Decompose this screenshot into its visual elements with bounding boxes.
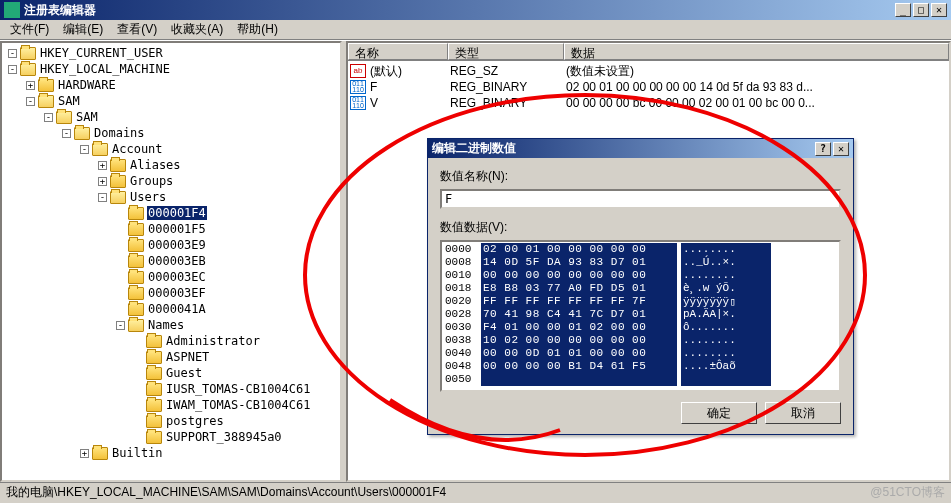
tree-item-label: 000003EB: [147, 254, 207, 268]
tree-item[interactable]: -SAM: [4, 93, 338, 109]
tree-item[interactable]: +Builtin: [4, 445, 338, 461]
dialog-help-button[interactable]: ?: [815, 142, 831, 156]
menu-file[interactable]: 文件(F): [4, 19, 55, 40]
hex-row[interactable]: 000002 00 01 00 00 00 00 00........: [443, 243, 838, 256]
expander-icon[interactable]: -: [8, 49, 17, 58]
value-type: REG_BINARY: [450, 96, 566, 110]
tree-item[interactable]: -Account: [4, 141, 338, 157]
hex-row[interactable]: 0030F4 01 00 00 01 02 00 00ô.......: [443, 321, 838, 334]
hex-ascii: .._Ú..×.: [681, 256, 771, 269]
value-name-label: 数值名称(N):: [440, 168, 841, 185]
expander-icon[interactable]: -: [44, 113, 53, 122]
string-value-icon: ab: [350, 64, 366, 78]
expander-icon[interactable]: -: [80, 145, 89, 154]
tree-item[interactable]: +Aliases: [4, 157, 338, 173]
tree-item[interactable]: +HARDWARE: [4, 77, 338, 93]
tree-item[interactable]: 000003EF: [4, 285, 338, 301]
folder-icon: [146, 399, 162, 412]
expander-icon[interactable]: -: [62, 129, 71, 138]
tree-item[interactable]: postgres: [4, 413, 338, 429]
menu-edit[interactable]: 编辑(E): [57, 19, 109, 40]
hex-offset: 0018: [443, 282, 481, 295]
expander-icon[interactable]: -: [98, 193, 107, 202]
tree-item-label: ASPNET: [165, 350, 210, 364]
minimize-button[interactable]: _: [895, 3, 911, 17]
dialog-close-button[interactable]: ✕: [833, 142, 849, 156]
edit-binary-dialog: 编辑二进制数值 ? ✕ 数值名称(N): 数值数据(V): 000002 00 …: [427, 138, 854, 435]
hex-row[interactable]: 004800 00 00 00 B1 D4 61 F5....±Ôaõ: [443, 360, 838, 373]
tree-item[interactable]: ASPNET: [4, 349, 338, 365]
folder-icon: [128, 303, 144, 316]
expander-icon[interactable]: -: [116, 321, 125, 330]
tree-item[interactable]: 000003EC: [4, 269, 338, 285]
window-title: 注册表编辑器: [24, 2, 895, 19]
tree-item[interactable]: -Domains: [4, 125, 338, 141]
watermark: @51CTO博客: [870, 484, 945, 501]
hex-row[interactable]: 000814 0D 5F DA 93 83 D7 01.._Ú..×.: [443, 256, 838, 269]
value-type: REG_BINARY: [450, 80, 566, 94]
list-row[interactable]: ab(默认)REG_SZ(数值未设置): [350, 63, 947, 79]
folder-icon: [146, 335, 162, 348]
folder-icon: [110, 159, 126, 172]
tree-item-label: Builtin: [111, 446, 164, 460]
folder-icon: [38, 95, 54, 108]
folder-icon: [110, 191, 126, 204]
hex-row[interactable]: 001000 00 00 00 00 00 00 00........: [443, 269, 838, 282]
tree-item[interactable]: -HKEY_CURRENT_USER: [4, 45, 338, 61]
folder-icon: [128, 271, 144, 284]
dialog-titlebar[interactable]: 编辑二进制数值 ? ✕: [428, 139, 853, 158]
hex-row[interactable]: 0020FF FF FF FF FF FF FF 7Fÿÿÿÿÿÿÿ▯: [443, 295, 838, 308]
folder-icon: [146, 383, 162, 396]
hex-row[interactable]: 0018E8 B8 03 77 A0 FD D5 01è¸.w ýÕ.: [443, 282, 838, 295]
tree-item[interactable]: 000003EB: [4, 253, 338, 269]
tree-item[interactable]: 000001F4: [4, 205, 338, 221]
tree-item[interactable]: +Groups: [4, 173, 338, 189]
expander-icon[interactable]: -: [26, 97, 35, 106]
expander-icon[interactable]: +: [26, 81, 35, 90]
ok-button[interactable]: 确定: [681, 402, 757, 424]
tree-item[interactable]: 0000041A: [4, 301, 338, 317]
list-row[interactable]: 011110VREG_BINARY00 00 00 00 bc 00 00 00…: [350, 95, 947, 111]
cancel-button[interactable]: 取消: [765, 402, 841, 424]
hex-bytes: FF FF FF FF FF FF FF 7F: [481, 295, 677, 308]
tree-item[interactable]: IWAM_TOMAS-CB1004C61: [4, 397, 338, 413]
tree-pane[interactable]: -HKEY_CURRENT_USER-HKEY_LOCAL_MACHINE+HA…: [0, 41, 342, 482]
close-button[interactable]: ✕: [931, 3, 947, 17]
tree-item[interactable]: Administrator: [4, 333, 338, 349]
expander-icon[interactable]: +: [98, 161, 107, 170]
tree-item[interactable]: -Users: [4, 189, 338, 205]
col-data[interactable]: 数据: [564, 43, 949, 60]
hex-row[interactable]: 004000 00 0D 01 01 00 00 00........: [443, 347, 838, 360]
tree-item[interactable]: Guest: [4, 365, 338, 381]
hex-row[interactable]: 002870 41 98 C4 41 7C D7 01pA.ÄA|×.: [443, 308, 838, 321]
tree-item-label: Guest: [165, 366, 203, 380]
tree-item[interactable]: -Names: [4, 317, 338, 333]
maximize-button[interactable]: □: [913, 3, 929, 17]
tree-item[interactable]: -HKEY_LOCAL_MACHINE: [4, 61, 338, 77]
col-type[interactable]: 类型: [448, 43, 564, 60]
hex-offset: 0008: [443, 256, 481, 269]
menu-fav[interactable]: 收藏夹(A): [165, 19, 229, 40]
expander-icon[interactable]: +: [98, 177, 107, 186]
list-row[interactable]: 011110FREG_BINARY02 00 01 00 00 00 00 00…: [350, 79, 947, 95]
hex-bytes: 70 41 98 C4 41 7C D7 01: [481, 308, 677, 321]
tree-item-label: HKEY_LOCAL_MACHINE: [39, 62, 171, 76]
folder-icon: [128, 255, 144, 268]
tree-item[interactable]: 000003E9: [4, 237, 338, 253]
hex-row[interactable]: 0050: [443, 373, 838, 386]
folder-icon: [56, 111, 72, 124]
tree-item[interactable]: 000001F5: [4, 221, 338, 237]
menu-view[interactable]: 查看(V): [111, 19, 163, 40]
tree-item[interactable]: -SAM: [4, 109, 338, 125]
col-name[interactable]: 名称: [348, 43, 448, 60]
tree-item[interactable]: IUSR_TOMAS-CB1004C61: [4, 381, 338, 397]
value-name-input[interactable]: [440, 189, 841, 209]
menu-help[interactable]: 帮助(H): [231, 19, 284, 40]
expander-icon[interactable]: -: [8, 65, 17, 74]
folder-icon: [74, 127, 90, 140]
expander-icon[interactable]: +: [80, 449, 89, 458]
list-body[interactable]: ab(默认)REG_SZ(数值未设置)011110FREG_BINARY02 0…: [348, 61, 949, 113]
hex-row[interactable]: 003810 02 00 00 00 00 00 00........: [443, 334, 838, 347]
tree-item[interactable]: SUPPORT_388945a0: [4, 429, 338, 445]
hex-editor[interactable]: 000002 00 01 00 00 00 00 00........00081…: [440, 240, 841, 392]
